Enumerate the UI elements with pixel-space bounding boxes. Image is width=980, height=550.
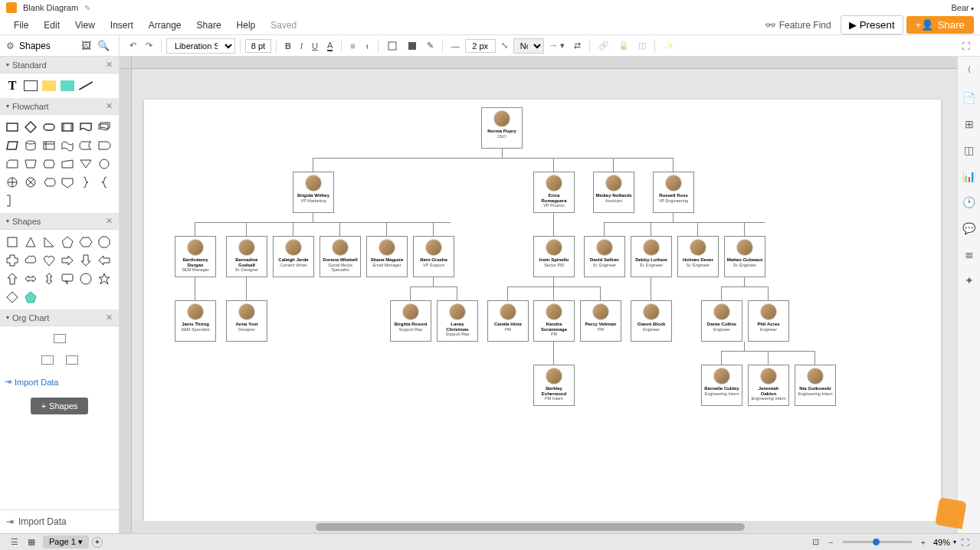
org-node[interactable]: Kendra ScrammagePM xyxy=(533,300,575,342)
zoom-fit-icon[interactable]: ⊡ xyxy=(808,535,824,548)
line-start-select[interactable]: None xyxy=(513,38,544,54)
org-node[interactable]: Nia GutkowskiEngineering Intern xyxy=(795,365,836,406)
import-data-link[interactable]: ⇥ Import Data xyxy=(0,372,119,391)
shape-tri[interactable] xyxy=(78,156,93,172)
shape-connect[interactable] xyxy=(97,156,112,172)
shape-predefined[interactable] xyxy=(60,119,75,135)
line-options-button[interactable]: ⤡ xyxy=(497,38,512,53)
shape-sum[interactable] xyxy=(23,175,38,190)
shape-rectangle[interactable] xyxy=(23,78,38,93)
help-bubble-icon[interactable] xyxy=(935,497,967,529)
present-button[interactable]: ▶ Present xyxy=(841,15,903,34)
italic-button[interactable]: I xyxy=(297,39,306,53)
panel-history-icon[interactable]: 🕐 xyxy=(962,195,977,210)
shape-document[interactable] xyxy=(78,119,93,135)
lock-button[interactable]: 🔒 xyxy=(615,38,633,53)
horizontal-scrollbar[interactable] xyxy=(132,521,957,533)
org-node[interactable]: Bent GrashaVP Support xyxy=(413,236,454,277)
search-icon[interactable]: 🔍 xyxy=(94,38,113,53)
shape-hexagon[interactable] xyxy=(78,234,93,250)
org-node[interactable]: Camila HintzPM xyxy=(487,300,529,342)
collapse-icon[interactable]: ⟨ xyxy=(962,61,977,77)
page[interactable]: Norma Pupry CEO Brigida WitheyVP Marketi… xyxy=(144,100,941,521)
link-button[interactable]: 🔗 xyxy=(595,38,613,53)
gear-icon[interactable]: ⚙ xyxy=(6,41,15,51)
section-standard[interactable]: ▾ Standard ✕ xyxy=(0,57,119,74)
shape-decision[interactable] xyxy=(23,119,38,135)
shape-diamond2[interactable] xyxy=(5,290,20,305)
shape-cloud[interactable] xyxy=(23,253,38,268)
menu-file[interactable]: File xyxy=(6,17,36,34)
org-node[interactable]: David SellnerSr. Engineer xyxy=(584,236,625,277)
org-node[interactable]: Russell RossVP Engineering xyxy=(653,172,694,213)
panel-metrics-icon[interactable]: 📊 xyxy=(962,169,977,184)
menu-edit[interactable]: Edit xyxy=(36,17,67,34)
fill-button[interactable] xyxy=(383,38,402,54)
panel-shapes-icon[interactable]: ◫ xyxy=(962,142,977,158)
fullscreen-button[interactable]: ⛶ xyxy=(958,39,974,53)
org-node[interactable]: Mickey NollandsAssistant xyxy=(593,172,634,213)
shape-manual2[interactable] xyxy=(60,156,75,172)
shape-arrow-lr[interactable] xyxy=(23,271,38,286)
font-size-input[interactable] xyxy=(245,39,271,53)
text-options-button[interactable]: ⫞ xyxy=(361,39,373,53)
org-node[interactable]: Caleigh JerdeContent Writer xyxy=(273,236,314,277)
panel-comments-icon[interactable]: 💬 xyxy=(962,221,977,236)
org-node[interactable]: Anna YostDesigner xyxy=(226,300,267,342)
org-node[interactable]: Janis ThringSEM Specialist xyxy=(175,300,216,342)
rename-icon[interactable]: ✎ xyxy=(84,4,90,12)
magic-button[interactable]: ✨ xyxy=(660,38,678,53)
org-node[interactable]: Irwin SpinelloSenior PM xyxy=(533,236,575,277)
shape-note2[interactable] xyxy=(5,193,20,208)
org-node[interactable]: Dorena WhebellSocial Media Specialist xyxy=(320,236,361,277)
add-shapes-button[interactable]: + Shapes xyxy=(31,398,89,414)
shape-paper[interactable] xyxy=(60,138,75,153)
org-node[interactable]: Dante CollinsEngineer xyxy=(701,300,742,342)
line-width-input[interactable] xyxy=(465,39,496,53)
shape-arrow-d[interactable] xyxy=(78,253,93,268)
shape-arrow-ud[interactable] xyxy=(41,271,57,286)
line-style-button[interactable]: — xyxy=(447,39,464,53)
org-node[interactable]: Bartholemy DurganSEM Manager xyxy=(175,236,216,277)
shape-terminator[interactable] xyxy=(41,119,57,135)
text-color-button[interactable]: A xyxy=(323,38,336,54)
underline-button[interactable]: U xyxy=(308,39,322,53)
shape-text[interactable]: T xyxy=(5,78,20,93)
section-shapes[interactable]: ▾ Shapes ✕ xyxy=(0,213,119,230)
menu-view[interactable]: View xyxy=(67,17,103,34)
layer-button[interactable]: ◫ xyxy=(634,38,650,53)
org-node[interactable]: Bernelle CubleyEngineering Intern xyxy=(701,365,742,406)
shape-octagon[interactable] xyxy=(97,234,112,250)
shape-delay[interactable] xyxy=(97,138,112,153)
align-button[interactable]: ≡ xyxy=(346,39,359,53)
shape-database[interactable] xyxy=(23,138,38,153)
share-button[interactable]: +👤 Share xyxy=(906,16,974,34)
canvas-viewport[interactable]: Norma Pupry CEO Brigida WitheyVP Marketi… xyxy=(132,69,957,521)
org-node[interactable]: Jeremiah OaklonEngineering Intern xyxy=(748,365,789,406)
document-title[interactable]: Blank Diagram xyxy=(23,3,78,12)
org-node[interactable]: Matteo GobeauxSr. Engineer xyxy=(724,236,765,277)
image-icon[interactable]: 🖼 xyxy=(78,38,94,53)
panel-layout-icon[interactable]: ⊞ xyxy=(962,116,977,132)
shape-note[interactable] xyxy=(41,78,57,93)
shape-square[interactable] xyxy=(5,234,20,250)
shape-brace-l[interactable] xyxy=(97,175,112,190)
shape-data[interactable] xyxy=(5,138,20,153)
shape-arrow-u[interactable] xyxy=(5,271,20,286)
import-data-footer[interactable]: ⇥ Import Data xyxy=(0,509,119,533)
zoom-out-button[interactable]: − xyxy=(824,536,837,548)
grid-view-icon[interactable]: ▦ xyxy=(23,535,40,548)
shape-heart[interactable] xyxy=(41,253,57,268)
org-node[interactable]: Debby LothemSr. Engineer xyxy=(631,236,672,277)
org-node[interactable]: Birgitta RosoniSupport Rep xyxy=(390,300,431,342)
shape-or[interactable] xyxy=(5,175,20,190)
fill-color-button[interactable] xyxy=(403,38,421,54)
menu-arrange[interactable]: Arrange xyxy=(141,17,189,34)
section-flowchart[interactable]: ▾ Flowchart ✕ xyxy=(0,98,119,115)
org-node-ceo[interactable]: Norma Pupry CEO xyxy=(481,107,523,149)
shape-arrow-l[interactable] xyxy=(97,253,112,268)
close-icon[interactable]: ✕ xyxy=(106,313,113,322)
line-end-button[interactable]: → ▾ xyxy=(546,38,569,53)
shape-internal[interactable] xyxy=(41,138,57,153)
shape-multidoc[interactable] xyxy=(97,119,112,135)
